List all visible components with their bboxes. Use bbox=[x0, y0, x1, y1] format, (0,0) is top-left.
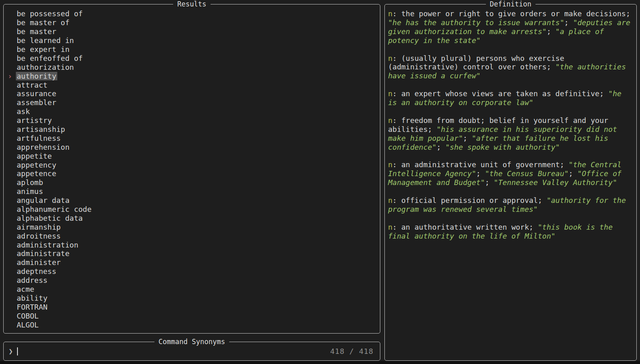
list-item[interactable]: ability bbox=[7, 294, 378, 303]
definition-entry: n: official permission or approval; "aut… bbox=[388, 196, 632, 214]
pointer-icon bbox=[7, 152, 16, 160]
pointer-icon bbox=[7, 63, 16, 71]
match-counter: 418 / 418 bbox=[330, 347, 373, 355]
list-item[interactable]: appetency bbox=[7, 160, 378, 169]
list-item-label: artistry bbox=[16, 116, 53, 125]
pointer-icon bbox=[7, 45, 16, 54]
list-item-label: acme bbox=[16, 285, 35, 293]
list-item[interactable]: artisanship bbox=[7, 125, 378, 134]
pointer-icon bbox=[7, 107, 16, 116]
list-item[interactable]: adroitness bbox=[7, 231, 378, 240]
list-item-label: be learned in bbox=[16, 36, 75, 45]
example-quote: "this book is the final authority on the… bbox=[388, 223, 613, 240]
list-item-label: COBOL bbox=[16, 312, 39, 320]
pointer-icon bbox=[7, 18, 16, 27]
list-item[interactable]: artistry bbox=[7, 116, 378, 125]
list-item-label: animus bbox=[16, 187, 44, 196]
list-item[interactable]: apprehension bbox=[7, 142, 378, 151]
list-item[interactable]: appetite bbox=[7, 151, 378, 160]
pointer-icon bbox=[7, 134, 16, 142]
pos-tag: n bbox=[388, 223, 393, 231]
list-item[interactable]: airmanship bbox=[7, 222, 378, 231]
list-item-label: address bbox=[16, 276, 48, 284]
list-item-label: administration bbox=[16, 241, 79, 249]
list-item[interactable]: artfulness bbox=[7, 134, 378, 142]
pointer-icon bbox=[7, 27, 16, 36]
list-item-label: angular data bbox=[16, 196, 70, 205]
pointer-icon bbox=[7, 321, 16, 329]
list-item[interactable]: administer bbox=[7, 258, 378, 267]
list-item-label: ask bbox=[16, 107, 31, 116]
list-item[interactable]: FORTRAN bbox=[7, 302, 378, 311]
list-item-label: adeptness bbox=[16, 267, 57, 276]
pos-tag: n bbox=[388, 116, 393, 125]
list-item[interactable]: administration bbox=[7, 240, 378, 249]
list-item[interactable]: be expert in bbox=[7, 45, 378, 54]
list-item[interactable]: address bbox=[7, 276, 378, 285]
pointer-icon bbox=[7, 98, 16, 107]
list-item[interactable]: be master bbox=[7, 27, 378, 36]
list-item[interactable]: authorization bbox=[7, 62, 378, 71]
pointer-icon bbox=[7, 312, 16, 320]
pointer-icon bbox=[7, 54, 16, 62]
pointer-icon bbox=[7, 303, 16, 311]
pointer-icon bbox=[7, 89, 16, 98]
list-item-label: be master bbox=[16, 27, 57, 36]
list-item[interactable]: attract bbox=[7, 80, 378, 89]
pointer-icon bbox=[7, 214, 16, 222]
pointer-icon bbox=[7, 81, 16, 89]
list-item[interactable]: be master of bbox=[7, 18, 378, 27]
pointer-icon bbox=[7, 143, 16, 151]
list-item-label: ALGOL bbox=[16, 321, 39, 329]
pos-tag: n bbox=[388, 9, 393, 18]
list-item[interactable]: adeptness bbox=[7, 267, 378, 276]
list-item-label: be enfeoffed of bbox=[16, 54, 84, 62]
list-item-label: be master of bbox=[16, 18, 70, 27]
list-item[interactable]: ›authority bbox=[7, 71, 378, 80]
list-item[interactable]: ask bbox=[7, 107, 378, 116]
list-item[interactable]: assembler bbox=[7, 98, 378, 107]
pointer-icon bbox=[7, 294, 16, 302]
list-item[interactable]: angular data bbox=[7, 196, 378, 205]
list-item[interactable]: acme bbox=[7, 285, 378, 294]
list-item[interactable]: administrate bbox=[7, 249, 378, 258]
pointer-icon bbox=[7, 223, 16, 231]
list-item-label: administrate bbox=[16, 249, 70, 258]
pointer-icon bbox=[7, 267, 16, 276]
pointer-icon bbox=[7, 205, 16, 213]
definition-entry: n: (usually plural) persons who exercise… bbox=[388, 54, 632, 81]
pointer-icon bbox=[7, 196, 16, 205]
list-item-label: appetite bbox=[16, 152, 53, 160]
list-item[interactable]: assurance bbox=[7, 89, 378, 98]
definition-content: n: the power or right to give orders or … bbox=[385, 4, 636, 253]
definition-entry: n: the power or right to give orders or … bbox=[388, 9, 632, 45]
list-item-label: be possessed of bbox=[16, 9, 84, 18]
list-item[interactable]: COBOL bbox=[7, 311, 378, 320]
example-quote: "she spoke with authority" bbox=[445, 143, 560, 151]
list-item-label: authorization bbox=[16, 63, 75, 71]
list-item-label: artfulness bbox=[16, 134, 61, 142]
pointer-icon bbox=[7, 125, 16, 134]
list-item[interactable]: appetence bbox=[7, 169, 378, 178]
list-item[interactable]: alphanumeric code bbox=[7, 205, 378, 214]
list-item[interactable]: ALGOL bbox=[7, 320, 378, 329]
list-item[interactable]: be possessed of bbox=[7, 9, 378, 18]
list-item-label: assurance bbox=[16, 89, 57, 98]
list-item[interactable]: aplomb bbox=[7, 178, 378, 187]
list-item-label: attract bbox=[16, 81, 48, 89]
list-item-label: alphanumeric code bbox=[16, 205, 92, 213]
example-quote: "the Census Bureau" bbox=[485, 169, 568, 178]
results-list[interactable]: be possessed of be master of be master b… bbox=[4, 4, 380, 332]
results-panel: Results be possessed of be master of be … bbox=[3, 4, 380, 334]
list-item-label: aplomb bbox=[16, 178, 44, 187]
results-panel-title: Results bbox=[173, 0, 210, 9]
pointer-icon bbox=[7, 161, 16, 169]
bottom-strip bbox=[0, 361, 640, 364]
prompt-icon: ❯ bbox=[9, 347, 13, 355]
list-item[interactable]: animus bbox=[7, 187, 378, 196]
list-item-label: artisanship bbox=[16, 125, 66, 134]
list-item[interactable]: be learned in bbox=[7, 36, 378, 45]
list-item[interactable]: alphabetic data bbox=[7, 213, 378, 222]
list-item-label: authority bbox=[16, 72, 57, 80]
list-item[interactable]: be enfeoffed of bbox=[7, 54, 378, 62]
